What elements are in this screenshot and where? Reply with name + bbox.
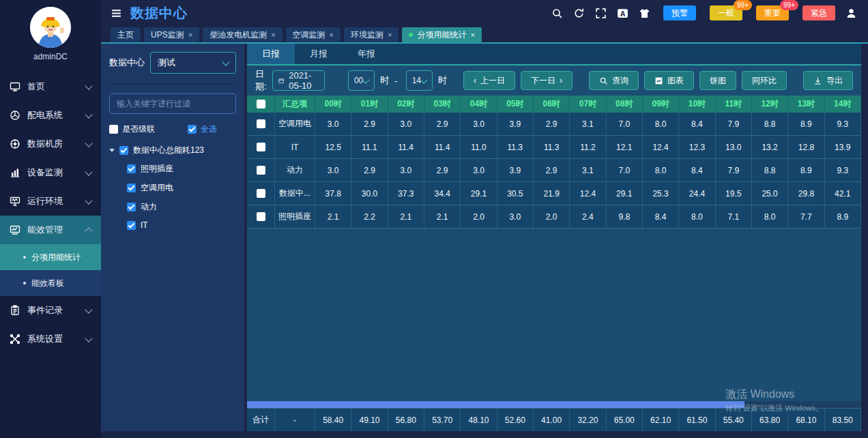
hour-unit: 时 [380,74,389,87]
tree-item-2[interactable]: 动力 [127,201,236,213]
event-log-icon [10,305,20,316]
value-cell: 2.9 [424,159,461,181]
value-cell: 3.0 [315,159,351,181]
cascade-checkbox[interactable] [109,125,118,134]
sidebar-item-label: 运行环境 [27,195,79,207]
select-all-rows-checkbox[interactable] [257,100,265,108]
sidebar-item-7[interactable]: 系统设置 [0,325,101,353]
row-checkbox[interactable] [257,119,265,128]
row-checkbox[interactable] [257,166,265,175]
home-icon [10,81,20,92]
fullscreen-icon[interactable] [595,8,607,19]
tab-label: UPS监测 [151,27,184,42]
close-icon[interactable]: × [271,27,275,42]
alarm-button-3[interactable]: 紧急 [802,5,835,20]
export-button[interactable]: 导出 [803,71,853,90]
tab-3[interactable]: 空调监测× [286,27,341,42]
tree-root-label[interactable]: 数据中心总能耗123 [133,145,204,156]
tab-4[interactable]: 环境监测× [344,27,399,42]
total-value-cell: 48.10 [461,409,497,431]
sidebar-item-6[interactable]: 事件记录 [0,296,101,325]
translate-icon[interactable]: A [617,8,628,19]
keyword-filter-input[interactable] [109,93,236,114]
tree-item-checkbox[interactable] [127,184,136,192]
topbar: 数据中心 A [101,0,868,42]
close-icon[interactable]: × [188,27,192,42]
sidebar-item-0[interactable]: 首页 [0,72,101,101]
query-button[interactable]: 查询 [589,71,639,90]
pie-button[interactable]: 饼图 [699,71,736,90]
sidebar-subitem-5-1[interactable]: 能效看板 [0,270,101,296]
scrollbar-thumb[interactable] [247,401,744,408]
close-icon[interactable]: × [470,27,474,42]
total-value-cell: 58.40 [315,409,351,431]
tree-caret-icon[interactable] [109,149,115,152]
table-row-2: 动力3.02.93.02.93.03.92.93.17.08.08.47.98.… [247,159,861,182]
tree-item-checkbox[interactable] [127,203,136,211]
toolbar: 日期: 2021-05-10 00 时 - 14 时 [247,65,861,96]
value-cell: 2.9 [424,113,461,135]
report-tab-2[interactable]: 年报 [343,44,390,64]
tab-1[interactable]: UPS监测× [144,27,199,42]
user-icon[interactable] [845,8,857,19]
value-cell: 7.0 [607,159,643,181]
chevron-down-icon [85,334,92,342]
hamburger-icon[interactable] [111,8,122,19]
row-checkbox[interactable] [257,212,265,221]
tab-2[interactable]: 柴油发电机监测× [203,27,282,42]
select-all-checkbox[interactable] [188,125,197,134]
sidebar-item-1[interactable]: 配电系统 [0,101,101,130]
select-all-label[interactable]: 全选 [201,123,217,135]
value-cell: 3.0 [461,159,497,181]
row-name: IT [275,136,315,158]
prev-day-button[interactable]: ‹上一日 [463,71,515,90]
tree-item-checkbox[interactable] [127,164,136,173]
tab-label: 环境监测 [351,27,384,42]
report-tabs: 日报月报年报 [247,44,861,65]
row-checkbox[interactable] [257,189,265,198]
sidebar-item-2[interactable]: 数据机房 [0,130,101,158]
refresh-icon[interactable] [573,8,585,19]
close-icon[interactable]: × [388,27,392,42]
value-cell: 29.1 [607,182,643,205]
sidebar-item-4[interactable]: 运行环境 [0,187,101,216]
tree-item-checkbox[interactable] [127,221,136,230]
hour-column-header: 13时 [788,96,824,113]
tree-item-0[interactable]: 照明插座 [127,163,236,175]
svg-text:A: A [620,10,626,18]
search-icon[interactable] [551,8,563,19]
alarm-button-2[interactable]: 重要99+ [756,5,789,20]
date-picker[interactable]: 2021-05-10 [272,70,325,91]
sidebar-subitem-5-0[interactable]: 分项用能统计 [0,244,101,270]
report-tab-0[interactable]: 日报 [247,44,295,64]
chart-icon [654,76,663,85]
datacenter-select[interactable]: 测试 [150,52,236,74]
sidebar-item-label: 设备监测 [27,166,79,179]
chart-button[interactable]: 图表 [644,71,694,90]
tab-0[interactable]: 主页 [111,27,141,42]
horizontal-scrollbar[interactable] [247,401,861,408]
row-checkbox[interactable] [257,143,265,151]
value-cell: 12.4 [570,182,606,205]
alarm-button-1[interactable]: 一般99+ [710,5,742,20]
close-icon[interactable]: × [330,27,334,42]
hour-column-header: 03时 [424,96,461,113]
sidebar-item-5[interactable]: 能效管理 [0,216,101,244]
avatar[interactable] [30,7,71,48]
hour-unit: 时 [438,74,447,87]
tree-item-label: 空调用电 [141,182,173,194]
tree-item-1[interactable]: 空调用电 [127,182,236,194]
theme-icon[interactable] [639,8,650,19]
sidebar-subitem-label: 分项用能统计 [31,252,81,263]
sidebar-item-3[interactable]: 设备监测 [0,158,101,187]
report-tab-1[interactable]: 月报 [295,44,343,64]
hour-end-select[interactable]: 14 [406,70,433,91]
tree-item-3[interactable]: IT [127,220,236,230]
hour-start-select[interactable]: 00 [348,70,375,91]
tree-root-checkbox[interactable] [119,146,128,155]
value-cell: 29.1 [461,182,497,205]
compare-button[interactable]: 同环比 [742,71,787,90]
alarm-button-0[interactable]: 预警 [663,5,696,20]
tab-5[interactable]: 分项用能统计× [402,27,481,42]
next-day-button[interactable]: 下一日› [521,71,573,90]
